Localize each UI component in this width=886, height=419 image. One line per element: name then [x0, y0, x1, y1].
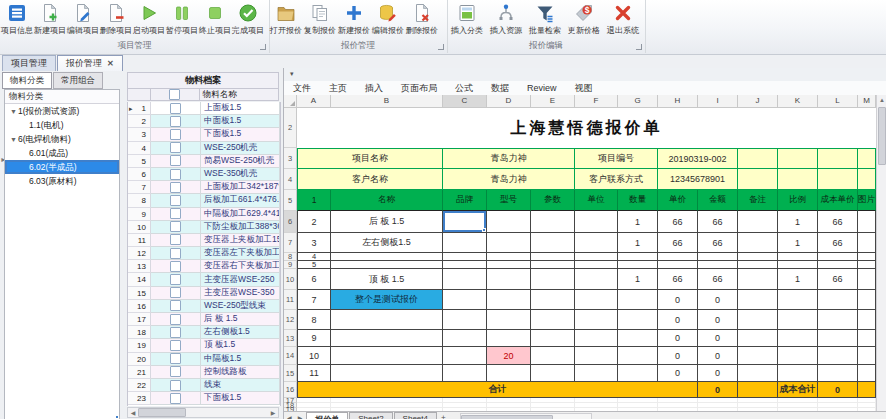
cell[interactable]: 左右侧板1.5	[331, 233, 443, 253]
cell[interactable]: 0	[658, 347, 698, 365]
cell[interactable]	[531, 233, 575, 253]
cell[interactable]: 型号	[487, 190, 531, 211]
cell[interactable]: 比例	[778, 190, 818, 211]
row-header-3[interactable]: 3	[284, 148, 297, 169]
cell[interactable]	[738, 169, 778, 190]
list-item[interactable]: 3下面板1.5	[128, 128, 280, 141]
edit-project-button[interactable]: 编辑项目	[66, 2, 99, 37]
cell[interactable]: 参数	[531, 190, 575, 211]
cell[interactable]	[575, 253, 618, 261]
cell[interactable]	[818, 310, 858, 330]
cell[interactable]	[738, 310, 778, 330]
column-header-B[interactable]: B	[331, 95, 443, 108]
list-item[interactable]: 4WSE-250机壳	[128, 142, 280, 155]
list-item[interactable]: 14主变压器WSE-250	[128, 273, 280, 286]
row-header-12[interactable]: 12	[284, 310, 297, 330]
cell[interactable]	[698, 253, 738, 261]
cell[interactable]	[738, 365, 778, 382]
row-checkbox[interactable]	[170, 129, 181, 140]
start-project-button[interactable]: 启动项目	[132, 2, 165, 37]
cell[interactable]	[738, 330, 778, 347]
cell[interactable]: 66	[698, 211, 738, 233]
scroll-thumb[interactable]	[878, 107, 886, 165]
cell[interactable]	[778, 365, 818, 382]
cell[interactable]	[487, 233, 531, 253]
column-header-L[interactable]: L	[818, 95, 858, 108]
update-price-button[interactable]: $更新价格	[564, 2, 603, 37]
row-header-6[interactable]: 6	[284, 211, 297, 233]
column-header-H[interactable]: H	[658, 95, 698, 108]
row-checkbox[interactable]	[170, 287, 181, 298]
list-item[interactable]: 19顶 板1.5	[128, 339, 280, 352]
cell[interactable]	[618, 261, 658, 269]
cell[interactable]: 项目名称	[297, 148, 443, 169]
scroll-thumb[interactable]	[461, 415, 553, 419]
row-checkbox[interactable]	[170, 195, 181, 206]
cell[interactable]	[531, 347, 575, 365]
cell[interactable]	[818, 330, 858, 347]
cell[interactable]	[778, 310, 818, 330]
cell[interactable]: 名称	[331, 190, 443, 211]
insert-resource-button[interactable]: 插入资源	[486, 2, 525, 37]
cell[interactable]: 11	[297, 365, 331, 382]
sheet-tab[interactable]: Sheet2	[349, 412, 392, 419]
exit-system-button[interactable]: 退出系统	[603, 2, 642, 37]
cell[interactable]	[487, 269, 531, 290]
cell[interactable]: 1	[778, 233, 818, 253]
cell[interactable]	[531, 290, 575, 310]
project-info-button[interactable]: 项目信息	[0, 2, 33, 37]
cell[interactable]: 成本合计	[778, 382, 818, 398]
cell[interactable]	[738, 347, 778, 365]
list-item[interactable]: 21控制线路板	[128, 366, 280, 379]
new-quote-button[interactable]: 新建报价	[337, 2, 371, 37]
cell[interactable]	[531, 253, 575, 261]
list-item[interactable]: 6WSE-350机壳	[128, 168, 280, 181]
cell[interactable]	[487, 253, 531, 261]
cell[interactable]: 0	[658, 330, 698, 347]
cell[interactable]: 9	[297, 330, 331, 347]
cell[interactable]	[443, 330, 487, 347]
cell[interactable]	[858, 365, 876, 382]
cell[interactable]	[738, 233, 778, 253]
cell[interactable]	[575, 310, 618, 330]
cell[interactable]	[858, 330, 876, 347]
row-header-9[interactable]: 9	[284, 261, 297, 269]
cell[interactable]: 20190319-002	[658, 148, 738, 169]
menu-tab[interactable]: 视图	[566, 82, 602, 95]
cell[interactable]: 1	[297, 190, 331, 211]
tree-item[interactable]: 6.01(成品)	[5, 146, 119, 160]
row-header-2[interactable]: 2	[284, 108, 297, 148]
cell[interactable]	[738, 148, 778, 169]
row-checkbox[interactable]	[170, 340, 181, 351]
cell[interactable]	[658, 253, 698, 261]
cell[interactable]	[618, 253, 658, 261]
cell[interactable]: 66	[818, 211, 858, 233]
cell[interactable]	[443, 347, 487, 365]
row-checkbox[interactable]	[170, 300, 181, 311]
cell[interactable]	[531, 330, 575, 347]
row-checkbox[interactable]	[170, 393, 181, 404]
cell[interactable]	[443, 290, 487, 310]
cell[interactable]	[487, 365, 531, 382]
cell[interactable]	[575, 269, 618, 290]
cell[interactable]: 66	[698, 269, 738, 290]
new-project-button[interactable]: 新建项目	[33, 2, 66, 37]
cell[interactable]: 0	[698, 290, 738, 310]
list-item[interactable]: 20中隔板1.5	[128, 353, 280, 366]
cell[interactable]	[531, 261, 575, 269]
cell[interactable]	[778, 330, 818, 347]
row-checkbox[interactable]	[170, 234, 181, 245]
cell[interactable]: 单价	[658, 190, 698, 211]
cell[interactable]	[778, 347, 818, 365]
row-checkbox[interactable]	[170, 221, 181, 232]
cell[interactable]	[858, 382, 876, 398]
cell[interactable]: 单位	[575, 190, 618, 211]
cell[interactable]	[575, 290, 618, 310]
cell[interactable]	[487, 290, 531, 310]
cell[interactable]	[738, 253, 778, 261]
close-tab-icon[interactable]: ✕	[107, 59, 114, 68]
cell[interactable]	[778, 148, 818, 169]
cell[interactable]	[778, 290, 818, 310]
column-header-I[interactable]: I	[698, 95, 738, 108]
menu-tab[interactable]: 数据	[482, 82, 518, 95]
